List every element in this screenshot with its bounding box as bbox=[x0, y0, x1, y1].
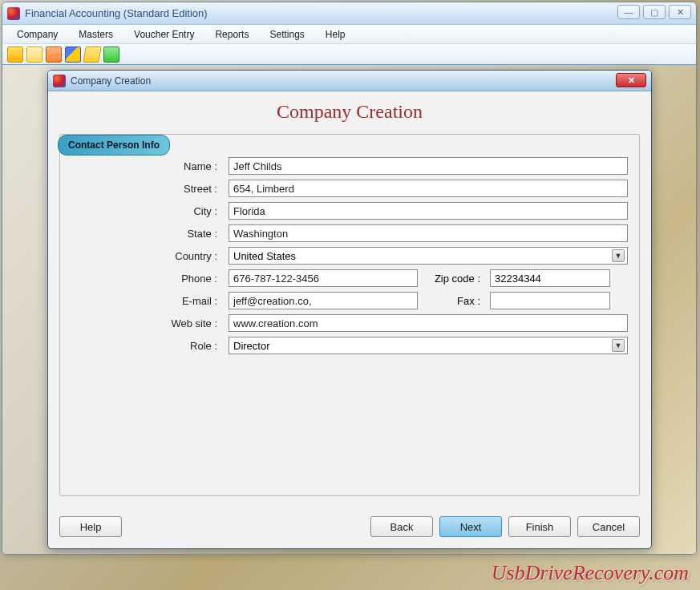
phone-field[interactable] bbox=[229, 269, 418, 287]
close-button[interactable]: ✕ bbox=[669, 5, 691, 19]
back-button[interactable]: Back bbox=[370, 516, 433, 537]
label-website: Web site : bbox=[71, 317, 222, 329]
modal-titlebar: Company Creation ✕ bbox=[48, 71, 651, 91]
app-icon bbox=[7, 7, 20, 20]
toolbar-calendar-icon[interactable] bbox=[46, 46, 62, 63]
form-panel: Name : Street : City : State : bbox=[59, 134, 640, 496]
modal-icon bbox=[53, 75, 66, 87]
label-country: Country : bbox=[71, 250, 222, 262]
main-window-title: Financial Accounting (Standard Edition) bbox=[25, 7, 208, 19]
menu-settings[interactable]: Settings bbox=[260, 26, 314, 42]
toolbar-edit-icon[interactable] bbox=[26, 46, 42, 63]
label-role: Role : bbox=[71, 340, 222, 352]
city-field[interactable] bbox=[229, 202, 628, 220]
watermark: UsbDriveRecovery.com bbox=[492, 561, 689, 585]
finish-button[interactable]: Finish bbox=[508, 516, 571, 537]
main-client-area: Company Creation ✕ Company Creation Cont… bbox=[2, 65, 696, 554]
minimize-button[interactable]: — bbox=[617, 5, 640, 19]
menu-voucher-entry[interactable]: Voucher Entry bbox=[124, 26, 204, 42]
label-fax: Fax : bbox=[424, 295, 484, 307]
website-field[interactable] bbox=[229, 314, 628, 332]
state-field[interactable] bbox=[229, 224, 628, 242]
label-street: Street : bbox=[71, 183, 222, 195]
label-zip: Zip code : bbox=[424, 273, 484, 285]
zip-field[interactable] bbox=[490, 269, 610, 287]
row-website: Web site : bbox=[71, 314, 628, 332]
country-select[interactable]: United States ▼ bbox=[229, 247, 628, 265]
row-phone: Phone : Zip code : bbox=[71, 269, 628, 287]
toolbar-sheet-icon[interactable] bbox=[103, 46, 119, 63]
modal-body: Company Creation Contact Person Info Nam… bbox=[48, 91, 651, 548]
email-field[interactable] bbox=[229, 292, 418, 309]
row-city: City : bbox=[71, 202, 628, 220]
row-country: Country : United States ▼ bbox=[71, 247, 628, 265]
menu-reports[interactable]: Reports bbox=[205, 26, 258, 42]
help-button[interactable]: Help bbox=[59, 516, 122, 537]
toolbar-tag-icon[interactable] bbox=[83, 46, 102, 63]
modal-close-button[interactable]: ✕ bbox=[616, 73, 646, 87]
role-value: Director bbox=[233, 340, 270, 352]
menubar: Company Masters Voucher Entry Reports Se… bbox=[2, 25, 696, 44]
cancel-button[interactable]: Cancel bbox=[577, 516, 640, 537]
maximize-button[interactable]: ▢ bbox=[643, 5, 666, 19]
row-role: Role : Director ▼ bbox=[71, 337, 628, 354]
next-button[interactable]: Next bbox=[439, 516, 502, 537]
menu-masters[interactable]: Masters bbox=[69, 26, 123, 42]
label-name: Name : bbox=[71, 160, 222, 172]
chevron-down-icon: ▼ bbox=[612, 249, 625, 262]
toolbar-chart-icon[interactable] bbox=[65, 46, 81, 63]
modal-title: Company Creation bbox=[71, 75, 151, 87]
section-tab-wrap: Contact Person Info bbox=[58, 135, 170, 156]
label-state: State : bbox=[71, 228, 222, 240]
company-creation-dialog: Company Creation ✕ Company Creation Cont… bbox=[47, 70, 652, 549]
chevron-down-icon: ▼ bbox=[612, 339, 625, 352]
toolbar-new-icon[interactable] bbox=[7, 46, 23, 63]
modal-button-bar: Help Back Next Finish Cancel bbox=[59, 516, 640, 537]
menu-company[interactable]: Company bbox=[7, 26, 67, 42]
role-select[interactable]: Director ▼ bbox=[229, 337, 628, 354]
name-field[interactable] bbox=[229, 157, 628, 175]
row-street: Street : bbox=[71, 180, 628, 197]
main-window-controls: — ▢ ✕ bbox=[617, 5, 691, 19]
row-email: E-mail : Fax : bbox=[71, 292, 628, 309]
street-field[interactable] bbox=[229, 180, 628, 197]
menu-help[interactable]: Help bbox=[316, 26, 355, 42]
label-city: City : bbox=[71, 205, 222, 217]
country-value: United States bbox=[233, 250, 296, 262]
row-name: Name : bbox=[71, 157, 628, 175]
toolbar bbox=[2, 44, 696, 65]
label-email: E-mail : bbox=[71, 295, 222, 307]
main-titlebar: Financial Accounting (Standard Edition) … bbox=[2, 2, 696, 25]
main-window: Financial Accounting (Standard Edition) … bbox=[2, 2, 697, 555]
modal-heading: Company Creation bbox=[59, 101, 640, 123]
section-tab-contact-person[interactable]: Contact Person Info bbox=[58, 135, 170, 156]
fax-field[interactable] bbox=[490, 292, 610, 309]
label-phone: Phone : bbox=[71, 273, 222, 285]
row-state: State : bbox=[71, 224, 628, 242]
